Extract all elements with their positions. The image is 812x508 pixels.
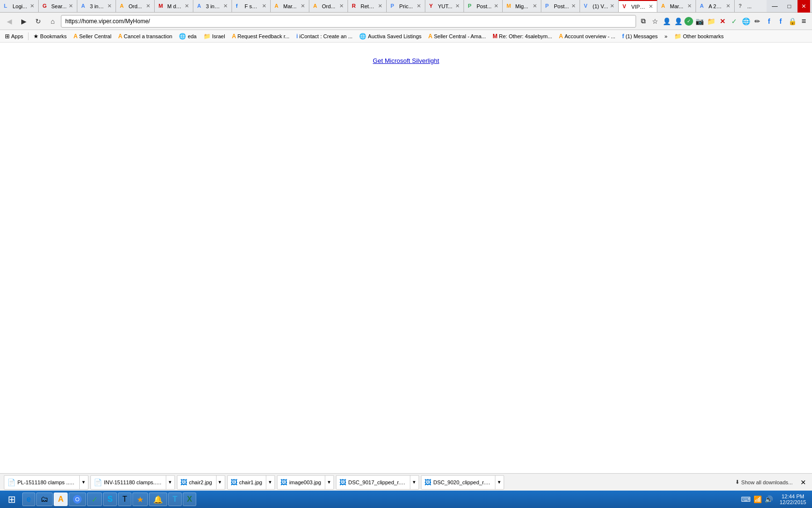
- tab-close-tab11[interactable]: ✕: [417, 3, 421, 9]
- address-bar[interactable]: [61, 15, 636, 28]
- taskbar-excel[interactable]: X: [183, 493, 197, 506]
- tab-close-tab10[interactable]: ✕: [378, 3, 382, 9]
- tab-close-tab5[interactable]: ✕: [185, 3, 189, 9]
- taskbar-star[interactable]: ★: [132, 493, 148, 506]
- tab-close-tab7[interactable]: ✕: [262, 3, 266, 9]
- tab-tab9[interactable]: AOrd...✕: [309, 0, 348, 12]
- download-dropdown-1[interactable]: ▾: [79, 476, 85, 489]
- tab-tab10[interactable]: RRetu...✕: [348, 0, 387, 12]
- tab-tab14[interactable]: MMig...✕: [503, 0, 541, 12]
- tab-tab7[interactable]: fF shar...✕: [232, 0, 271, 12]
- tab-close-tab12[interactable]: ✕: [455, 3, 460, 9]
- bookmark-apps[interactable]: ⊞ Apps: [2, 32, 26, 41]
- taskbar-chrome[interactable]: [69, 493, 86, 506]
- globe-icon[interactable]: 🌐: [740, 16, 751, 27]
- bookmark-auctiva[interactable]: 🌐 Auctiva Saved Listings: [356, 32, 424, 41]
- bookmark-cancel-transaction[interactable]: A Cancel a transaction: [115, 32, 175, 41]
- download-dropdown-5[interactable]: ▾: [325, 476, 331, 489]
- tab-tab8[interactable]: AMar...✕: [271, 0, 309, 12]
- bookmark-request-feedback[interactable]: A Request Feedback r...: [229, 32, 292, 41]
- x-icon[interactable]: ✕: [717, 16, 728, 27]
- tab-tab1[interactable]: LLogi...✕: [0, 0, 39, 12]
- taskbar-keyboard-icon[interactable]: ⌨: [741, 495, 751, 503]
- bookmark-eda[interactable]: 🌐 eda: [176, 32, 199, 41]
- menu-icon[interactable]: ≡: [798, 16, 809, 27]
- minimize-button[interactable]: —: [768, 0, 781, 13]
- tab-close-tab1[interactable]: ✕: [30, 3, 34, 9]
- start-button[interactable]: ⊞: [2, 492, 21, 507]
- taskbar-ie[interactable]: e: [22, 493, 35, 506]
- tab-tab12[interactable]: YYUT...✕: [425, 0, 464, 12]
- show-all-downloads[interactable]: ⬇ Show all downloads...: [731, 477, 797, 487]
- tab-tab15[interactable]: PPost...✕: [541, 0, 580, 12]
- tab-close-tab15[interactable]: ✕: [571, 3, 576, 9]
- bookmark-seller-central[interactable]: A Seller Central: [71, 32, 114, 41]
- taskbar-telegram[interactable]: T: [168, 493, 182, 506]
- taskbar-volume-icon[interactable]: 🔊: [765, 495, 773, 503]
- tab-tab18[interactable]: AMar...✕: [657, 0, 696, 12]
- bookmark-more[interactable]: »: [662, 32, 670, 40]
- taskbar-explorer[interactable]: 🗂: [36, 493, 53, 506]
- tab-view-icon[interactable]: ⧉: [638, 16, 649, 27]
- tab-close-tab8[interactable]: ✕: [301, 3, 305, 9]
- bookmark-star-icon[interactable]: ☆: [650, 16, 660, 27]
- tab-tab19[interactable]: AA 250...✕: [696, 0, 735, 12]
- taskbar-clock[interactable]: 12:44 PM 12/22/2015: [776, 493, 810, 505]
- tab-close-tab14[interactable]: ✕: [533, 3, 537, 9]
- download-dropdown-6[interactable]: ▾: [410, 476, 416, 489]
- taskbar-amazon[interactable]: A: [54, 493, 68, 506]
- tab-close-tab9[interactable]: ✕: [339, 3, 344, 9]
- bookmark-messages[interactable]: f (1) Messages: [619, 32, 661, 41]
- tab-tab17[interactable]: VVIPE...✕: [619, 0, 657, 12]
- tab-tab5[interactable]: MM dav...✕: [155, 0, 193, 12]
- download-item-image003[interactable]: 🖼 image003.jpg ▾: [277, 475, 334, 490]
- tab-close-tab13[interactable]: ✕: [494, 3, 498, 9]
- taskbar-skype[interactable]: S: [103, 493, 117, 506]
- extensions-icon[interactable]: ✓: [684, 17, 693, 26]
- tab-tab16[interactable]: V(1) V...✕: [580, 0, 619, 12]
- refresh-button[interactable]: ↻: [32, 15, 44, 28]
- bookmark-re-other[interactable]: M Re: Other: 4salebym...: [490, 32, 555, 41]
- maximize-button[interactable]: □: [783, 0, 796, 13]
- tab-close-tab16[interactable]: ✕: [610, 3, 614, 9]
- tab-close-tab19[interactable]: ✕: [726, 3, 730, 9]
- tab-tab6[interactable]: A3 inc...✕: [193, 0, 232, 12]
- back-button[interactable]: ◀: [3, 15, 15, 28]
- folder-icon[interactable]: 📁: [706, 16, 716, 27]
- tab-tab3[interactable]: A3 inc...✕: [77, 0, 116, 12]
- download-dropdown-3[interactable]: ▾: [216, 476, 222, 489]
- download-dropdown-2[interactable]: ▾: [166, 476, 172, 489]
- tab-tab4[interactable]: AOrd...✕: [116, 0, 155, 12]
- bookmark-israel[interactable]: 📁 Israel: [201, 32, 228, 41]
- url-input[interactable]: [65, 18, 632, 25]
- edit-icon[interactable]: ✏: [752, 16, 763, 27]
- tab-tab13[interactable]: PPost...✕: [464, 0, 503, 12]
- download-item-chair2[interactable]: 🖼 chair2.jpg ▾: [177, 475, 225, 490]
- sync-icon[interactable]: 👤: [673, 16, 683, 27]
- tab-close-tab17[interactable]: ✕: [649, 3, 653, 10]
- taskbar-teams[interactable]: T: [118, 493, 131, 506]
- taskbar-check[interactable]: ✓: [87, 493, 102, 506]
- tab-close-tab18[interactable]: ✕: [687, 3, 692, 9]
- download-bar-close[interactable]: ✕: [798, 478, 808, 486]
- facebook-icon1[interactable]: f: [764, 16, 774, 27]
- security-icon[interactable]: 🔒: [787, 16, 798, 27]
- tab-close-tab4[interactable]: ✕: [146, 3, 150, 9]
- tab-close-tab6[interactable]: ✕: [223, 3, 228, 9]
- tab-close-tab2[interactable]: ✕: [69, 3, 73, 9]
- bookmark-other[interactable]: 📁 Other bookmarks: [671, 32, 726, 41]
- download-item-dsc9017[interactable]: 🖼 DSC_9017_clipped_r....png ▾: [336, 475, 419, 490]
- silverlight-link[interactable]: Get Microsoft Silverlight: [373, 57, 439, 64]
- check-icon[interactable]: ✓: [729, 16, 740, 27]
- bookmark-seller-central-ama[interactable]: A Seller Central - Ama...: [425, 32, 489, 41]
- bookmark-icontact[interactable]: i iContact : Create an ...: [293, 32, 355, 41]
- facebook-icon2[interactable]: f: [775, 16, 786, 27]
- profile-icon[interactable]: 👤: [661, 16, 672, 27]
- bookmark-bookmarks[interactable]: ★ Bookmarks: [30, 32, 70, 41]
- tab-tab11[interactable]: PPric...✕: [387, 0, 425, 12]
- forward-button[interactable]: ▶: [17, 15, 30, 28]
- home-button[interactable]: ⌂: [46, 15, 59, 28]
- close-button[interactable]: ✕: [798, 0, 810, 13]
- download-item-chair1[interactable]: 🖼 chair1.jpg ▾: [227, 475, 276, 490]
- download-dropdown-4[interactable]: ▾: [266, 476, 272, 489]
